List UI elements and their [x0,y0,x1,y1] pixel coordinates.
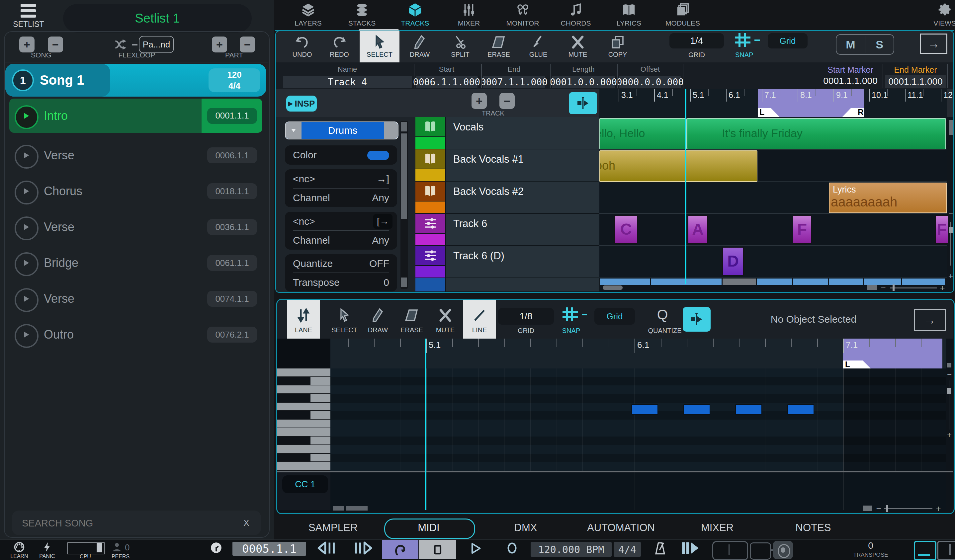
channel-value[interactable]: Any [356,189,389,207]
fast-forward-button[interactable] [679,541,701,555]
section-row[interactable]: Chorus0018.1.1 [9,177,262,205]
section-row[interactable]: Verse0074.1.1 [9,285,262,313]
pedal-knob[interactable] [773,541,793,559]
panel-toggle-left[interactable] [914,541,936,560]
loop-left-handle[interactable]: L [759,108,769,117]
editor-vzoom-out[interactable]: − [946,370,953,378]
editor-tab-dmx[interactable]: DMX [482,522,569,535]
flexloop-value-pill[interactable]: Pa...nd [139,36,174,53]
snap-mode-pill[interactable]: Grid [768,33,808,48]
track-color-strip[interactable] [415,117,445,149]
editor-tool-erase[interactable]: ERASE [395,300,428,339]
tool-glue[interactable]: GLUE [518,31,558,63]
track-color-strip[interactable] [415,246,445,277]
editor-tool-select[interactable]: SELECT [328,300,361,339]
midi-note[interactable] [631,404,658,415]
song-card[interactable]: 1Song 11204/4 [5,64,266,97]
midi-note[interactable] [683,404,710,415]
piano-key-black[interactable] [277,411,330,419]
shuffle-icon[interactable] [112,37,130,52]
track-color-strip[interactable] [415,149,445,181]
track-color-strip[interactable] [415,181,445,213]
timeline-zoom-out[interactable]: − [879,283,887,291]
editor-grid-pill[interactable]: 1/8 [498,308,554,325]
cc-lane-selector[interactable]: CC 1 [282,476,328,493]
tool-draw[interactable]: DRAW [400,31,440,63]
timeline-zoom-track[interactable] [890,288,937,288]
piano-key-white[interactable] [277,445,330,454]
part-add-button[interactable]: + [212,36,227,52]
editor-zoom-in[interactable]: + [935,504,942,512]
search-song-field[interactable]: X [12,510,261,535]
loop-toggle-button[interactable] [382,540,418,559]
channel-value[interactable]: Any [356,231,389,250]
pedal-wide-button[interactable] [712,541,748,560]
midi-note[interactable] [787,404,814,415]
bpm-display[interactable]: 120.000 BPM [531,542,612,557]
piano-key-white[interactable] [277,419,330,428]
editor-tab-sampler[interactable]: SAMPLER [290,522,376,535]
section-play-button[interactable] [15,252,39,276]
editor-tool-line[interactable]: LINE [463,300,496,339]
track-color-strip[interactable] [415,278,445,291]
note-connection-row[interactable]: <nc> [293,169,359,188]
midi-note[interactable] [735,404,762,415]
meter-display[interactable]: 4/4 [614,542,641,557]
editor-tab-midi[interactable]: MIDI [385,522,472,535]
timeline-vzoom-in[interactable]: + [947,272,955,280]
clip-chord[interactable]: C [614,215,637,244]
arrow-in-icon[interactable]: →] [373,172,393,186]
track-row-header[interactable]: Back Vocals #2 [446,181,600,214]
record-button[interactable] [506,540,518,556]
editor-vzoom-in[interactable]: + [946,430,953,438]
clip-vocals[interactable]: ello, Hello [600,118,687,149]
piano-key-black[interactable] [277,436,330,445]
editor-detach-button[interactable]: → [914,309,946,331]
snap-grid-icon[interactable] [735,33,750,47]
snap-grid-icon[interactable] [562,307,578,321]
info-value-offset[interactable]: 0000.0.0.000 [619,76,681,88]
position-display[interactable]: 0005.1.1 [232,542,306,556]
solo-button[interactable]: S [865,35,894,54]
timeline-playhead[interactable] [685,89,686,284]
info-value-end[interactable]: 0007.1.1.000 [483,76,545,88]
tool-undo[interactable]: UNDO [282,31,322,63]
editor-follow-playhead-button[interactable] [683,307,711,332]
editor-hscroll-thumb[interactable] [346,506,368,510]
track-row-header[interactable]: Track 6 (D) [446,246,600,278]
stop-button[interactable] [419,540,456,559]
editor-zoom-handle[interactable] [886,505,888,512]
piano-key-black[interactable] [277,454,330,462]
timeline-row[interactable] [600,246,947,278]
tab-modules[interactable]: MODULES [658,0,708,31]
transpose-value[interactable]: 0 [851,540,891,551]
quantize-value[interactable]: OFF [349,254,389,273]
clip-chord[interactable]: F [935,215,948,244]
clip-back-vocals-1[interactable]: ooh [600,150,758,182]
tracks-detach-button[interactable]: → [920,33,947,54]
grid-value-pill[interactable]: 1/4 [669,33,724,48]
tab-layers[interactable]: LAYERS [283,0,333,31]
section-row[interactable]: Outro0076.2.1 [9,320,262,349]
tab-monitor[interactable]: MONITOR [498,0,548,31]
clip-chord-d[interactable]: D [722,247,744,275]
tab-views[interactable]: VIEWS [920,0,955,31]
color-swatch[interactable] [367,151,389,160]
panic-button[interactable]: PANIC [29,540,66,559]
editor-loop-left-handle[interactable]: L [845,360,855,368]
editor-hscroll-thumb[interactable] [333,506,344,510]
piano-key-white[interactable] [277,403,330,411]
end-marker-value[interactable]: 0001.1.1.000 [885,75,946,88]
editor-playhead[interactable] [425,339,426,510]
tool-select[interactable]: SELECT [360,31,399,63]
tool-mute[interactable]: MUTE [558,31,598,63]
start-marker-value[interactable]: 0001.1.1.000 [819,76,882,88]
editor-tab-notes[interactable]: NOTES [770,522,856,535]
info-value-start[interactable]: 0006.1.1.000 [416,76,478,88]
timeline-zoom-handle[interactable] [892,285,895,291]
piano-key-white[interactable] [277,428,330,437]
note-connection-row[interactable]: <nc> [293,212,359,231]
tool-split[interactable]: SPLIT [440,31,480,63]
editor-snap-pill[interactable]: Grid [594,308,635,325]
track-color-strip[interactable] [415,214,445,245]
